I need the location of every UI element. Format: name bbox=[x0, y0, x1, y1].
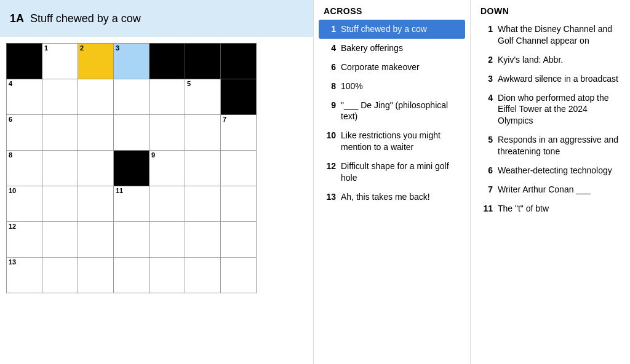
grid-cell[interactable] bbox=[185, 222, 221, 258]
across-clue-item[interactable]: 13Ah, this takes me back! bbox=[319, 188, 465, 207]
grid-cell[interactable]: 10 bbox=[7, 186, 42, 222]
down-clue-item[interactable]: 4Dion who performed atop the Eiffel Towe… bbox=[476, 89, 625, 131]
clue-number: 3 bbox=[480, 73, 493, 85]
grid-cell[interactable] bbox=[114, 258, 150, 293]
active-clue-label: 1A bbox=[10, 12, 24, 25]
grid-cell[interactable] bbox=[78, 222, 114, 258]
across-clue-item[interactable]: 6Corporate makeover bbox=[319, 58, 465, 77]
grid-cell[interactable] bbox=[185, 44, 221, 79]
grid-cell[interactable] bbox=[150, 115, 185, 151]
down-clue-item[interactable]: 5Responds in an aggressive and threateni… bbox=[476, 130, 625, 161]
grid-cell[interactable] bbox=[78, 79, 114, 115]
cell-number: 6 bbox=[9, 116, 12, 123]
across-clues-list[interactable]: 1Stuff chewed by a cow4Bakery offerings6… bbox=[314, 20, 470, 364]
grid-cell[interactable] bbox=[42, 151, 78, 186]
grid-cell[interactable]: 1 bbox=[42, 44, 78, 79]
clue-number: 8 bbox=[324, 81, 336, 92]
down-clue-item[interactable]: 11The "t" of btw bbox=[476, 199, 625, 218]
cell-number: 4 bbox=[9, 81, 12, 87]
across-panel: ACROSS 1Stuff chewed by a cow4Bakery off… bbox=[314, 0, 471, 364]
grid-cell[interactable] bbox=[114, 222, 150, 258]
clue-description: Weather-detecting technology bbox=[498, 165, 620, 176]
grid-cell[interactable] bbox=[185, 186, 221, 222]
grid-cell[interactable] bbox=[221, 186, 257, 222]
grid-cell[interactable] bbox=[42, 258, 78, 293]
clue-number: 7 bbox=[480, 184, 493, 196]
clue-number: 11 bbox=[480, 203, 493, 215]
grid-cell[interactable] bbox=[114, 151, 150, 186]
cell-number: 11 bbox=[116, 188, 123, 194]
down-clues-list[interactable]: 1What the Disney Channel and Golf Channe… bbox=[471, 20, 630, 364]
grid-cell[interactable] bbox=[185, 115, 221, 151]
cell-number: 5 bbox=[187, 81, 191, 87]
down-header: DOWN bbox=[471, 0, 630, 20]
grid-cell[interactable] bbox=[150, 258, 185, 293]
across-clue-item[interactable]: 8100% bbox=[319, 77, 465, 96]
grid-cell[interactable] bbox=[42, 79, 78, 115]
grid-cell[interactable]: 13 bbox=[7, 258, 42, 293]
grid-cell[interactable] bbox=[78, 186, 114, 222]
clue-description: Corporate makeover bbox=[341, 61, 460, 73]
cell-number: 9 bbox=[151, 152, 155, 159]
clue-description: Like restrictions you might mention to a… bbox=[341, 130, 460, 153]
grid-cell[interactable]: 9 bbox=[150, 151, 185, 186]
grid-cell[interactable] bbox=[185, 258, 221, 293]
grid-cell[interactable] bbox=[221, 151, 257, 186]
grid-cell[interactable] bbox=[42, 222, 78, 258]
grid-cell[interactable] bbox=[221, 222, 257, 258]
grid-cell[interactable] bbox=[42, 186, 78, 222]
down-clue-item[interactable]: 2Kyiv's land: Abbr. bbox=[476, 50, 625, 69]
across-clue-item[interactable]: 4Bakery offerings bbox=[319, 39, 465, 58]
grid-cell[interactable] bbox=[150, 44, 185, 79]
grid-cell[interactable] bbox=[185, 151, 221, 186]
left-panel: 1A Stuff chewed by a cow 123456789101112… bbox=[0, 0, 314, 364]
grid-cell[interactable] bbox=[221, 44, 257, 79]
across-clue-item[interactable]: 1Stuff chewed by a cow bbox=[319, 20, 465, 39]
grid-cell[interactable] bbox=[150, 222, 185, 258]
grid-cell[interactable]: 2 bbox=[78, 44, 114, 79]
cell-number: 7 bbox=[223, 116, 226, 123]
clue-description: 100% bbox=[341, 81, 460, 92]
grid-cell[interactable]: 7 bbox=[221, 115, 257, 151]
clue-number: 6 bbox=[480, 165, 493, 176]
grid-cell[interactable]: 6 bbox=[7, 115, 42, 151]
clue-number: 13 bbox=[324, 191, 336, 203]
grid-cell[interactable] bbox=[78, 258, 114, 293]
down-clue-item[interactable]: 6Weather-detecting technology bbox=[476, 161, 625, 180]
clue-description: What the Disney Channel and Golf Channel… bbox=[498, 23, 620, 47]
grid-cell[interactable] bbox=[221, 258, 257, 293]
grid-cell[interactable]: 11 bbox=[114, 186, 150, 222]
cell-number: 8 bbox=[9, 152, 12, 159]
grid-cell[interactable] bbox=[114, 115, 150, 151]
across-clue-item[interactable]: 12Difficult shape for a mini golf hole bbox=[319, 157, 465, 188]
grid-cell[interactable] bbox=[114, 79, 150, 115]
grid-cell[interactable] bbox=[150, 186, 185, 222]
grid-cell[interactable] bbox=[150, 79, 185, 115]
clue-description: "___ De Jing" (philosophical text) bbox=[341, 100, 460, 123]
down-clue-item[interactable]: 1What the Disney Channel and Golf Channe… bbox=[476, 20, 625, 50]
clue-number: 9 bbox=[324, 100, 336, 123]
across-header: ACROSS bbox=[314, 0, 470, 20]
clue-number: 4 bbox=[480, 92, 493, 127]
grid-cell[interactable]: 5 bbox=[185, 79, 221, 115]
cell-number: 13 bbox=[9, 259, 16, 266]
clue-number: 4 bbox=[324, 42, 336, 54]
across-clue-item[interactable]: 10Like restrictions you might mention to… bbox=[319, 126, 465, 157]
clue-description: Responds in an aggressive and threatenin… bbox=[498, 134, 620, 157]
grid-cell[interactable]: 12 bbox=[7, 222, 42, 258]
grid-cell[interactable] bbox=[78, 115, 114, 151]
down-panel: DOWN 1What the Disney Channel and Golf C… bbox=[471, 0, 630, 364]
grid-cell[interactable] bbox=[221, 79, 257, 115]
cell-number: 10 bbox=[9, 188, 16, 194]
grid-cell[interactable]: 8 bbox=[7, 151, 42, 186]
down-clue-item[interactable]: 3Awkward silence in a broadcast bbox=[476, 69, 625, 89]
grid-cell[interactable]: 4 bbox=[7, 79, 42, 115]
down-clue-item[interactable]: 7Writer Arthur Conan ___ bbox=[476, 180, 625, 199]
crossword-grid[interactable]: 12345678910111213 bbox=[6, 43, 257, 293]
clue-number: 2 bbox=[480, 54, 493, 66]
grid-cell[interactable] bbox=[78, 151, 114, 186]
across-clue-item[interactable]: 9"___ De Jing" (philosophical text) bbox=[319, 96, 465, 127]
grid-cell[interactable] bbox=[42, 115, 78, 151]
grid-cell[interactable] bbox=[7, 44, 42, 79]
grid-cell[interactable]: 3 bbox=[114, 44, 150, 79]
